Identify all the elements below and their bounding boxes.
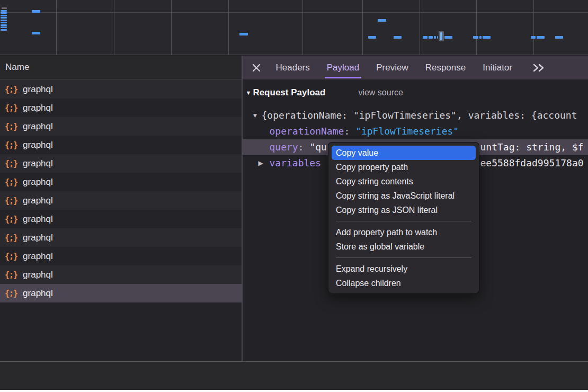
name-column-header[interactable]: Name bbox=[0, 56, 242, 79]
collapse-triangle-icon: ▼ bbox=[246, 90, 252, 96]
variables-value-continuation: ee5588fdad995178a0 bbox=[480, 155, 584, 171]
network-request-row[interactable]: {;}graphql bbox=[0, 210, 242, 228]
menu-item-add-property-path-to-watch[interactable]: Add property path to watch bbox=[328, 225, 479, 239]
json-braces-icon: {;} bbox=[5, 159, 17, 168]
menu-divider bbox=[336, 257, 471, 258]
details-tab-bar: HeadersPayloadPreviewResponseInitiator bbox=[243, 56, 588, 79]
request-name-label: graphql bbox=[23, 214, 53, 225]
menu-item-expand-recursively[interactable]: Expand recursively bbox=[328, 262, 479, 276]
request-name-label: graphql bbox=[23, 251, 53, 262]
network-request-row[interactable]: {;}graphql bbox=[0, 99, 242, 117]
waterfall-bar bbox=[1, 15, 7, 16]
tab-response[interactable]: Response bbox=[425, 56, 466, 79]
network-request-row[interactable]: {;}graphql bbox=[0, 154, 242, 173]
json-braces-icon: {;} bbox=[5, 122, 17, 131]
json-braces-icon: {;} bbox=[5, 289, 17, 298]
json-braces-icon: {;} bbox=[5, 233, 17, 243]
menu-item-copy-property-path[interactable]: Copy property path bbox=[328, 160, 479, 174]
request-name-label: graphql bbox=[23, 158, 53, 169]
waterfall-bar bbox=[1, 12, 7, 14]
tree-row-root[interactable]: ▼ {operationName: "ipFlowTimeseries", va… bbox=[243, 108, 588, 123]
menu-item-collapse-children[interactable]: Collapse children bbox=[328, 276, 479, 290]
section-title: Request Payload bbox=[253, 87, 325, 98]
network-request-row[interactable]: {;}graphql bbox=[0, 265, 242, 284]
view-source-link[interactable]: view source bbox=[358, 88, 403, 97]
waterfall-bar bbox=[1, 24, 7, 26]
request-name-label: graphql bbox=[23, 233, 53, 243]
root-preview-text: {operationName: "ipFlowTimeseries", vari… bbox=[262, 108, 577, 123]
close-icon bbox=[252, 63, 261, 73]
menu-item-store-as-global-variable[interactable]: Store as global variable bbox=[328, 239, 479, 254]
tab-label: Initiator bbox=[483, 63, 512, 73]
expanded-triangle-icon[interactable]: ▼ bbox=[252, 108, 259, 123]
waterfall-bar bbox=[239, 33, 248, 35]
more-tabs-button[interactable] bbox=[532, 64, 545, 72]
request-name-label: graphql bbox=[23, 140, 53, 150]
network-request-row[interactable]: {;}graphql bbox=[0, 228, 242, 247]
tree-row-operation-name[interactable]: operationName: "ipFlowTimeseries" bbox=[243, 123, 588, 139]
json-braces-icon: {;} bbox=[5, 252, 17, 261]
waterfall-bar bbox=[434, 36, 436, 39]
selected-request-marker bbox=[440, 32, 442, 40]
close-details-button[interactable] bbox=[250, 56, 263, 79]
network-request-row[interactable]: {;}graphql bbox=[0, 247, 242, 265]
waterfall-bar bbox=[2, 7, 7, 9]
tab-label: Headers bbox=[276, 63, 310, 73]
waterfall-bar bbox=[394, 36, 402, 39]
selected-tab-underline bbox=[325, 77, 361, 78]
tab-initiator[interactable]: Initiator bbox=[483, 56, 512, 79]
json-braces-icon: {;} bbox=[5, 215, 17, 224]
tab-payload[interactable]: Payload bbox=[327, 56, 359, 79]
collapsed-triangle-icon[interactable]: ▶ bbox=[259, 155, 263, 171]
waterfall-bar bbox=[1, 22, 7, 23]
tab-headers[interactable]: Headers bbox=[276, 56, 310, 79]
menu-item-copy-string-as-json-literal[interactable]: Copy string as JSON literal bbox=[328, 203, 479, 217]
network-overview-timeline[interactable] bbox=[0, 0, 588, 55]
waterfall-bar bbox=[1, 29, 7, 31]
network-request-row[interactable]: {;}graphql bbox=[0, 136, 242, 154]
network-request-row[interactable]: {;}graphql bbox=[0, 80, 242, 99]
overview-gridline bbox=[533, 0, 534, 55]
network-summary-bar bbox=[0, 362, 588, 390]
waterfall-bar bbox=[555, 36, 563, 39]
network-request-row[interactable]: {;}graphql bbox=[0, 284, 242, 302]
waterfall-bar bbox=[32, 32, 40, 34]
network-request-row[interactable]: {;}graphql bbox=[0, 173, 242, 191]
tab-preview[interactable]: Preview bbox=[376, 56, 408, 79]
tabs: HeadersPayloadPreviewResponseInitiator bbox=[276, 56, 529, 79]
query-value-continuation: untTag: string, $f bbox=[480, 139, 584, 155]
waterfall-bar bbox=[479, 36, 482, 39]
waterfall-bar bbox=[1, 26, 7, 28]
menu-item-copy-string-as-javascript-literal[interactable]: Copy string as JavaScript literal bbox=[328, 189, 479, 203]
json-braces-icon: {;} bbox=[5, 85, 17, 94]
context-menu: Copy valueCopy property pathCopy string … bbox=[328, 142, 479, 294]
network-request-row[interactable]: {;}graphql bbox=[0, 117, 242, 136]
tab-label: Payload bbox=[327, 63, 359, 73]
overview-gridline bbox=[171, 0, 172, 55]
json-braces-icon: {;} bbox=[5, 177, 17, 187]
overview-gridline bbox=[0, 12, 588, 13]
request-name-label: graphql bbox=[23, 177, 53, 188]
overview-gridline bbox=[228, 0, 229, 55]
request-name-label: graphql bbox=[23, 84, 53, 95]
waterfall-bar bbox=[368, 36, 376, 39]
request-payload-section-header[interactable]: ▼ Request Payload view source bbox=[246, 87, 403, 98]
property-key: operationName bbox=[270, 126, 344, 137]
overview-gridline bbox=[56, 0, 57, 55]
waterfall-bar bbox=[32, 10, 40, 13]
property-key: query bbox=[270, 141, 298, 153]
overview-gridline bbox=[302, 0, 303, 55]
menu-item-copy-value[interactable]: Copy value bbox=[332, 146, 476, 160]
json-braces-icon: {;} bbox=[5, 270, 17, 280]
request-name-label: graphql bbox=[23, 288, 53, 299]
menu-item-copy-string-contents[interactable]: Copy string contents bbox=[328, 174, 479, 189]
overview-gridline bbox=[420, 0, 420, 55]
request-name-label: graphql bbox=[23, 270, 53, 280]
json-braces-icon: {;} bbox=[5, 140, 17, 150]
waterfall-bar bbox=[429, 36, 433, 39]
request-name-label: graphql bbox=[23, 121, 53, 132]
double-chevron-right-icon bbox=[532, 64, 545, 72]
network-request-row[interactable]: {;}graphql bbox=[0, 191, 242, 210]
waterfall-bar bbox=[1, 20, 7, 21]
overview-gridline bbox=[114, 0, 114, 55]
